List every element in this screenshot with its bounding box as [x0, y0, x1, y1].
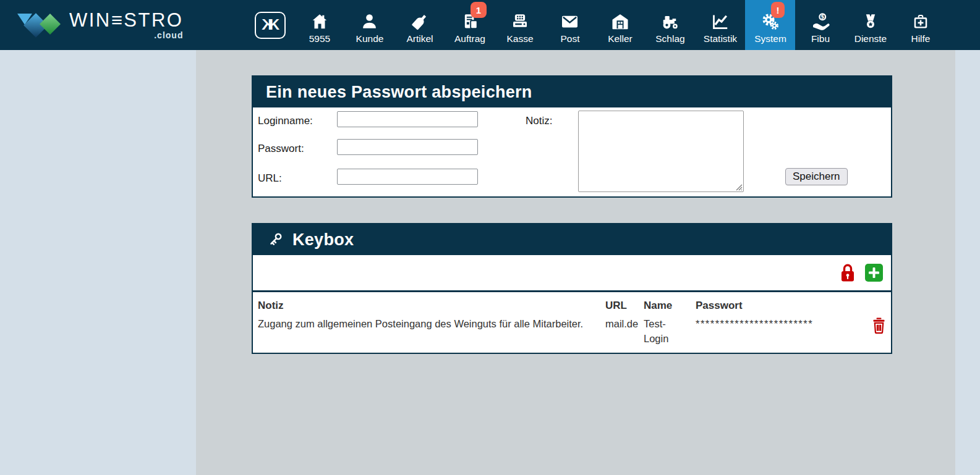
nav-items: 5955 Kunde Artikel: [294, 0, 945, 50]
notiz-label: Notiz:: [526, 115, 552, 127]
system-badge: !: [771, 2, 785, 18]
brand-name: WIN≡STRO: [69, 11, 183, 30]
keybox-table: Notiz URL Name Passwort Zugang zum allge…: [253, 292, 891, 353]
add-entry-button[interactable]: [865, 264, 883, 282]
medal-icon: [862, 9, 879, 31]
nav-label: Kasse: [506, 33, 533, 44]
home-icon: [310, 9, 329, 31]
user-icon: [360, 9, 378, 31]
nav-item-keller[interactable]: Keller: [595, 0, 645, 50]
wine-bottle-icon: [411, 9, 429, 31]
cash-register-icon: [511, 9, 529, 31]
nav-label: 5955: [309, 33, 330, 44]
col-header-actions: [849, 297, 886, 305]
loginname-label: Loginname:: [258, 115, 313, 127]
col-header-url: URL: [605, 297, 644, 317]
col-header-name: Name: [644, 297, 696, 317]
nav-label: System: [754, 33, 786, 44]
nav-label: Kunde: [356, 33, 384, 44]
new-password-title: Ein neues Passwort abspeichern: [266, 83, 532, 102]
delete-entry-button[interactable]: [849, 317, 886, 335]
new-password-panel-header: Ein neues Passwort abspeichern: [253, 77, 891, 107]
nav-item-statistik[interactable]: Statistik: [695, 0, 745, 50]
warehouse-icon: [611, 9, 629, 31]
key-icon: [266, 230, 284, 249]
url-input[interactable]: [337, 169, 478, 185]
nav-label: Post: [560, 33, 579, 44]
keybox-table-header-row: Notiz URL Name Passwort: [258, 297, 886, 317]
tractor-icon: [660, 9, 680, 31]
nav-label: Fibu: [811, 33, 830, 44]
nav-item-system[interactable]: ! System: [745, 0, 795, 50]
notiz-textarea-wrap: [578, 111, 744, 192]
keybox-panel: Keybox Notiz URL Name: [252, 223, 892, 354]
nav-item-auftrag[interactable]: 1 Auftrag: [445, 0, 495, 50]
nav-label: Artikel: [406, 33, 433, 44]
notiz-textarea[interactable]: [578, 111, 744, 192]
trash-icon: [872, 317, 886, 335]
passwort-input[interactable]: [337, 139, 478, 155]
keybox-toolbar: [253, 255, 891, 292]
svg-text:$: $: [820, 14, 824, 20]
kk-button[interactable]: KK: [255, 12, 286, 39]
plus-icon: [869, 267, 879, 278]
keybox-title: Keybox: [292, 230, 354, 250]
lock-icon[interactable]: [839, 263, 856, 284]
nav-label: Schlag: [655, 33, 684, 44]
nav-label: Dienste: [854, 33, 887, 44]
nav-label: Keller: [608, 33, 633, 44]
cell-passwort: ************************: [696, 317, 849, 332]
nav-label: Hilfe: [911, 33, 930, 44]
nav-label: Statistik: [704, 33, 737, 44]
passwort-label: Passwort:: [258, 143, 304, 155]
kk-left-glyph: K: [262, 17, 272, 33]
main-content-area: Ein neues Passwort abspeichern Loginname…: [196, 50, 955, 475]
nav-item-hilfe[interactable]: Hilfe: [895, 0, 945, 50]
nav-item-kunde[interactable]: Kunde: [344, 0, 394, 50]
nav-item-artikel[interactable]: Artikel: [394, 0, 445, 50]
brand-suffix: .cloud: [154, 30, 183, 40]
nav-item-home[interactable]: 5955: [294, 0, 344, 50]
nav-item-dienste[interactable]: Dienste: [845, 0, 895, 50]
col-header-notiz: Notiz: [258, 297, 605, 317]
hand-dollar-icon: $: [811, 9, 830, 31]
top-navbar: WIN≡STRO .cloud KK 5955 Kunde Artikel: [0, 0, 980, 50]
line-chart-icon: [711, 9, 730, 31]
first-aid-icon: [912, 9, 929, 31]
nav-label: Auftrag: [454, 33, 485, 44]
envelope-icon: [560, 9, 579, 31]
col-header-passwort: Passwort: [696, 297, 849, 317]
keybox-panel-header: Keybox: [253, 224, 891, 255]
nav-item-post[interactable]: Post: [545, 0, 595, 50]
cell-name: Test-Login: [644, 317, 696, 347]
cell-notiz: Zugang zum allgemeinen Posteingang des W…: [258, 317, 605, 332]
new-password-panel: Ein neues Passwort abspeichern Loginname…: [252, 75, 892, 198]
loginname-input[interactable]: [337, 111, 478, 127]
nav-item-kasse[interactable]: Kasse: [495, 0, 545, 50]
new-password-form: Loginname: Passwort: URL: Notiz: Speiche…: [253, 107, 891, 196]
nav-item-fibu[interactable]: $ Fibu: [795, 0, 845, 50]
save-button[interactable]: Speichern: [785, 168, 848, 185]
winestro-logo-diamonds-icon: [15, 6, 64, 44]
auftrag-badge: 1: [471, 2, 487, 18]
nav-item-schlag[interactable]: Schlag: [645, 0, 695, 50]
cell-url: mail.de: [605, 317, 644, 332]
winestro-logo: WIN≡STRO .cloud: [15, 0, 183, 50]
url-label: URL:: [258, 172, 282, 185]
keybox-table-row: Zugang zum allgemeinen Posteingang des W…: [258, 317, 886, 347]
